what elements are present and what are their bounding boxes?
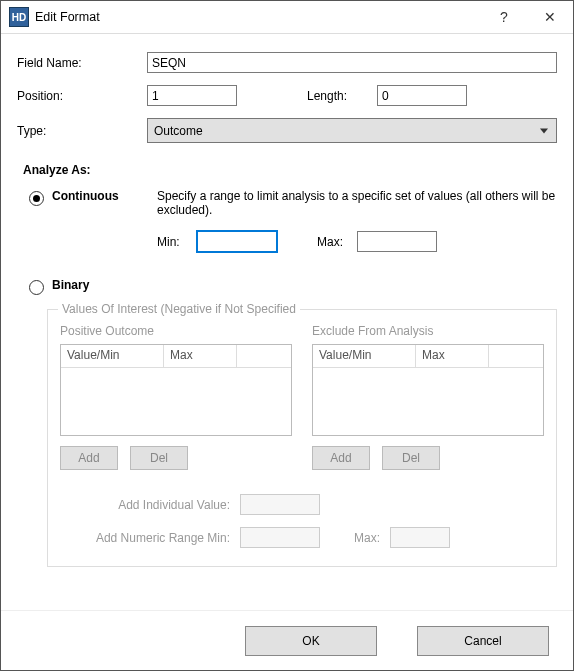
- position-input[interactable]: [147, 85, 237, 106]
- exclude-del-button[interactable]: Del: [382, 446, 440, 470]
- ok-button[interactable]: OK: [245, 626, 377, 656]
- help-button[interactable]: ?: [481, 1, 527, 33]
- length-label: Length:: [307, 89, 377, 103]
- positive-outcome-title: Positive Outcome: [60, 324, 292, 338]
- dialog-body: Field Name: Position: Length: Type: Outc…: [1, 34, 573, 610]
- positive-del-button[interactable]: Del: [130, 446, 188, 470]
- add-range-min-input: [240, 527, 320, 548]
- values-of-interest-title: Values Of Interest (Negative if Not Spec…: [58, 302, 300, 316]
- continuous-radio-label: Continuous: [52, 189, 157, 203]
- continuous-radio[interactable]: [29, 191, 44, 206]
- type-label: Type:: [17, 124, 147, 138]
- exclude-grid: Value/Min Max: [312, 344, 544, 436]
- dialog-footer: OK Cancel: [1, 610, 573, 670]
- type-select-value: Outcome: [154, 124, 203, 138]
- position-label: Position:: [17, 89, 147, 103]
- app-icon: HD: [9, 7, 29, 27]
- close-button[interactable]: ✕: [527, 1, 573, 33]
- max-label: Max:: [317, 235, 357, 249]
- edit-format-dialog: HD Edit Format ? ✕ Field Name: Position:…: [0, 0, 574, 671]
- exclude-col-value: Value/Min: [313, 345, 416, 367]
- min-input[interactable]: [197, 231, 277, 252]
- cancel-button[interactable]: Cancel: [417, 626, 549, 656]
- positive-add-button[interactable]: Add: [60, 446, 118, 470]
- exclude-col-max: Max: [416, 345, 489, 367]
- window-title: Edit Format: [35, 10, 481, 24]
- field-name-input[interactable]: [147, 52, 557, 73]
- add-individual-input: [240, 494, 320, 515]
- field-name-label: Field Name:: [17, 56, 147, 70]
- exclude-title: Exclude From Analysis: [312, 324, 544, 338]
- values-of-interest-group: Values Of Interest (Negative if Not Spec…: [47, 309, 557, 567]
- exclude-add-button[interactable]: Add: [312, 446, 370, 470]
- binary-radio[interactable]: [29, 280, 44, 295]
- positive-col-max: Max: [164, 345, 237, 367]
- titlebar: HD Edit Format ? ✕: [1, 1, 573, 34]
- type-select[interactable]: Outcome: [147, 118, 557, 143]
- positive-col-value: Value/Min: [61, 345, 164, 367]
- min-label: Min:: [157, 235, 197, 249]
- add-range-max-input: [390, 527, 450, 548]
- max-input[interactable]: [357, 231, 437, 252]
- binary-radio-label: Binary: [52, 278, 157, 292]
- positive-outcome-grid: Value/Min Max: [60, 344, 292, 436]
- length-input[interactable]: [377, 85, 467, 106]
- analyze-as-header: Analyze As:: [23, 163, 557, 177]
- continuous-desc: Specify a range to limit analysis to a s…: [157, 189, 557, 217]
- add-range-max-label: Max:: [330, 531, 380, 545]
- add-individual-label: Add Individual Value:: [80, 498, 230, 512]
- add-range-min-label: Add Numeric Range Min:: [80, 531, 230, 545]
